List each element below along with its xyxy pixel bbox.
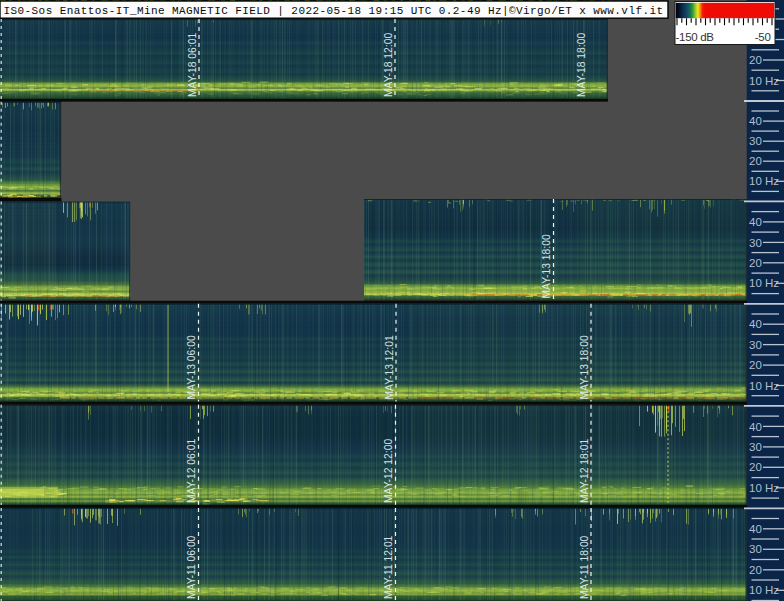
svg-text:10 Hz: 10 Hz <box>749 380 779 392</box>
svg-text:10 Hz: 10 Hz <box>749 175 779 187</box>
svg-text:20: 20 <box>749 155 762 167</box>
svg-text:40: 40 <box>749 216 762 228</box>
svg-text:MAY-12 12:00: MAY-12 12:00 <box>383 439 394 503</box>
svg-text:30: 30 <box>749 135 762 147</box>
svg-text:-50: -50 <box>755 31 771 43</box>
svg-text:MAY-13 06:00: MAY-13 06:00 <box>186 335 197 399</box>
svg-text:MAY-11 18:00: MAY-11 18:00 <box>579 535 590 599</box>
svg-text:20: 20 <box>749 54 762 66</box>
svg-text:30: 30 <box>749 543 762 555</box>
svg-text:20: 20 <box>749 359 762 371</box>
svg-text:10 Hz: 10 Hz <box>749 277 779 289</box>
svg-text:40: 40 <box>749 115 762 127</box>
svg-text:20: 20 <box>749 564 762 576</box>
svg-text:MAY-13 18:00: MAY-13 18:00 <box>579 335 590 399</box>
svg-text:IS0-Sos Enattos-IT_Mine MAGNET: IS0-Sos Enattos-IT_Mine MAGNETIC FIELD |… <box>4 5 664 17</box>
svg-text:10 Hz: 10 Hz <box>749 584 779 596</box>
svg-text:40: 40 <box>749 421 762 433</box>
svg-text:MAY-13 12:01: MAY-13 12:01 <box>384 335 395 399</box>
svg-text:30: 30 <box>749 237 762 249</box>
svg-text:MAY-11 06:00: MAY-11 06:00 <box>186 535 197 599</box>
svg-text:MAY-18 06:01: MAY-18 06:01 <box>187 33 198 97</box>
svg-text:-150 dB: -150 dB <box>676 31 715 43</box>
svg-text:20: 20 <box>749 461 762 473</box>
svg-text:10 Hz: 10 Hz <box>749 482 779 494</box>
svg-text:MAY-18 18:00: MAY-18 18:00 <box>576 33 587 97</box>
svg-text:40: 40 <box>749 318 762 330</box>
svg-text:MAY-11 12:01: MAY-11 12:01 <box>383 535 394 599</box>
svg-text:MAY-18 12:00: MAY-18 12:00 <box>383 33 394 97</box>
svg-text:30: 30 <box>749 339 762 351</box>
svg-text:MAY-12 06:01: MAY-12 06:01 <box>186 439 197 503</box>
svg-text:30: 30 <box>749 441 762 453</box>
svg-text:20: 20 <box>749 257 762 269</box>
svg-text:MAY-12 18:01: MAY-12 18:01 <box>579 439 590 503</box>
svg-text:10 Hz: 10 Hz <box>749 75 779 87</box>
svg-text:40: 40 <box>749 523 762 535</box>
svg-text:MAY-13 18:00: MAY-13 18:00 <box>541 234 552 298</box>
